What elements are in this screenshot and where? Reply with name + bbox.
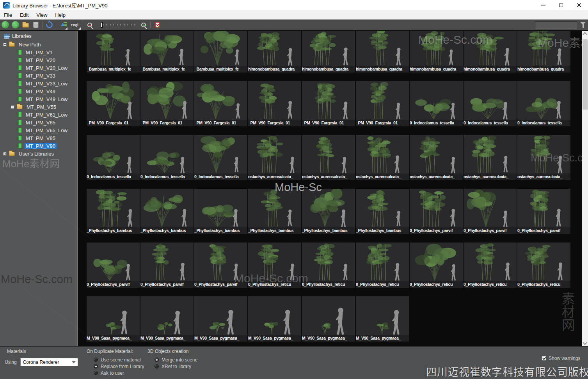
- thumbnail-size-slider[interactable]: [97, 21, 136, 29]
- objects-creation-option-merge-into-scene[interactable]: Merge into scene: [155, 356, 197, 363]
- sidebar-item-mt-pm-v90[interactable]: MT_PM_V90: [0, 142, 77, 150]
- minimize-button[interactable]: [534, 0, 552, 10]
- thumbnail-cell[interactable]: M_V90_Sasa_pygmaea_: [302, 296, 355, 342]
- renderer-select[interactable]: Corona Renderer: [20, 358, 78, 366]
- back-button[interactable]: ←: [0, 20, 10, 30]
- thumbnail-cell[interactable]: 0_Indocalamus_tessella: [194, 135, 247, 180]
- thumbnail-cell[interactable]: _Phyllostachys_bambus: [87, 189, 140, 234]
- thumbnail-cell[interactable]: ostachys_aureosulcata_: [302, 135, 355, 180]
- maximize-button[interactable]: [552, 0, 570, 10]
- zoom-out-button[interactable]: [85, 20, 94, 30]
- thumbnail-cell[interactable]: M_V90_Sasa_pygmaea_: [356, 296, 409, 342]
- scrollbar-thumb[interactable]: [583, 39, 588, 110]
- thumbnail-cell[interactable]: _PM_V90_Fargesia_01_: [356, 81, 409, 126]
- thumbnail-cell[interactable]: _Bambusa_multiplex_fe: [140, 31, 194, 73]
- thumbnail-cell[interactable]: M_V90_Sasa_pygmaea_: [140, 296, 194, 342]
- thumbnail-cell[interactable]: himonobambusa_quadra: [464, 31, 517, 73]
- sidebar-item-mt-pm-v61-low[interactable]: MT_PM_V61_Low: [0, 111, 77, 119]
- thumbnail-cell[interactable]: 0_Phyllostachys_reticu: [302, 243, 355, 288]
- sidebar-item-mt-pm-v55[interactable]: MT_PM_V55: [0, 103, 77, 111]
- check-materials-button[interactable]: [153, 20, 162, 30]
- thumbnail-cell[interactable]: himonobambusa_quadra: [356, 31, 409, 73]
- thumbnail-cell[interactable]: 0_Phyllostachys_reticu: [248, 243, 301, 288]
- language-button[interactable]: Engl: [68, 20, 81, 30]
- sidebar-item-mt-pm-v49-low[interactable]: MT_PM_V49_Low: [0, 95, 77, 103]
- sort-button[interactable]: [58, 20, 68, 30]
- thumbnail-cell[interactable]: himonobambusa_quadra: [248, 31, 301, 73]
- save-button[interactable]: [31, 20, 40, 30]
- thumbnail-cell[interactable]: 0_Phyllostachys_reticu: [410, 243, 463, 288]
- thumbnail-cell[interactable]: 0_Phyllostachys_parvif: [87, 243, 140, 288]
- thumbnail-cell[interactable]: ostachys_aureosulcata_: [410, 135, 463, 180]
- thumbnail-cell[interactable]: 0_Phyllostachys_parvif: [140, 243, 194, 288]
- thumbnail-cell[interactable]: _PM_V90_Fargesia_01_: [248, 81, 301, 126]
- thumbnail-cell[interactable]: himonobambusa_quadra: [410, 31, 463, 73]
- close-button[interactable]: [570, 0, 588, 10]
- slider-handle[interactable]: [101, 22, 103, 28]
- radio-icon[interactable]: [94, 364, 98, 368]
- thumbnail-cell[interactable]: _Bambusa_multiplex_fe: [194, 31, 247, 73]
- open-library-button[interactable]: [21, 20, 30, 30]
- sidebar-item-mt-pm-v33-low[interactable]: MT_PM_V33_Low: [0, 80, 77, 87]
- scroll-up-icon[interactable]: [583, 32, 587, 36]
- thumbnail-cell[interactable]: ostachys_aureosulcata_: [248, 135, 301, 180]
- thumbnail-cell[interactable]: _Phyllostachys_bambus: [194, 189, 247, 234]
- show-warnings-checkbox[interactable]: [542, 356, 546, 361]
- collapse-icon[interactable]: [3, 43, 7, 46]
- thumbnail-cell[interactable]: _Phyllostachys_bambus: [248, 189, 301, 234]
- thumbnail-cell[interactable]: M_V90_Sasa_pygmaea_: [248, 296, 301, 342]
- scroll-down-icon[interactable]: [583, 340, 587, 345]
- sidebar-item-user-s-libraries[interactable]: User's Libraries: [0, 150, 77, 158]
- thumbnail-cell[interactable]: himonobambusa_quadra: [302, 31, 355, 73]
- thumbnail-cell[interactable]: 0_Phyllostachys_parvif: [517, 189, 570, 234]
- duplicate-material-option-ask-to-user[interactable]: Ask to user: [94, 370, 144, 376]
- radio-icon[interactable]: [94, 371, 98, 375]
- menu-item-edit[interactable]: Edit: [16, 11, 32, 19]
- sidebar-item-mt-pm-v65[interactable]: MT_PM_V65: [0, 119, 77, 126]
- menu-item-help[interactable]: Help: [51, 11, 69, 19]
- thumbnail-cell[interactable]: _PM_V90_Fargesia_01_: [140, 81, 194, 126]
- filter-funnel-icon[interactable]: [580, 22, 586, 28]
- thumbnail-cell[interactable]: ostachys_aureosulcata_: [517, 135, 570, 180]
- duplicate-material-option-replace-from-library[interactable]: Replace from Library: [94, 363, 144, 370]
- duplicate-material-option-use-scene-material[interactable]: Use scene material: [94, 356, 144, 363]
- thumbnail-cell[interactable]: 0_Indocalamus_tessella: [410, 81, 463, 126]
- thumbnail-cell[interactable]: 0_Phyllostachys_parvif: [464, 189, 517, 234]
- sidebar-item-mt-pm-v1[interactable]: MT_PM_V1: [0, 48, 77, 56]
- thumbnail-cell[interactable]: 0_Indocalamus_tessella: [464, 81, 517, 126]
- thumbnail-cell[interactable]: _PM_V90_Fargesia_01_: [302, 81, 355, 126]
- thumbnail-cell[interactable]: 0_Indocalamus_tessella: [140, 135, 194, 180]
- thumbnail-cell[interactable]: 0_Indocalamus_tessella: [87, 135, 140, 180]
- radio-icon[interactable]: [155, 358, 159, 362]
- thumbnail-cell[interactable]: _Phyllostachys_bambus: [140, 189, 194, 234]
- sidebar-item-mt-pm-v20-low[interactable]: MT_PM_V20_Low: [0, 64, 77, 72]
- thumbnail-cell[interactable]: _Bambusa_multiplex_fe: [87, 31, 140, 73]
- grid-scrollbar[interactable]: [582, 31, 588, 346]
- thumbnail-cell[interactable]: 0_Phyllostachys_reticu: [517, 243, 570, 288]
- forward-button[interactable]: →: [11, 20, 20, 30]
- thumbnail-cell[interactable]: 0_Phyllostachys_parvif: [194, 243, 247, 288]
- menu-item-view[interactable]: View: [32, 11, 51, 19]
- thumbnail-cell[interactable]: 0_Phyllostachys_parvif: [410, 189, 463, 234]
- expand-icon[interactable]: [3, 152, 7, 156]
- sidebar-item-new-path[interactable]: New Path: [0, 41, 77, 48]
- search-input[interactable]: [535, 21, 577, 28]
- sidebar-item-mt-pm-v85[interactable]: MT_PM_V85: [0, 134, 77, 142]
- refresh-button[interactable]: [44, 20, 54, 30]
- sidebar-item-mt-pm-v33[interactable]: MT_PM_V33: [0, 72, 77, 80]
- menu-item-file[interactable]: File: [0, 11, 16, 19]
- thumbnail-cell[interactable]: M_V90_Sasa_pygmaea_: [87, 296, 140, 342]
- sidebar-item-mt-pm-v20[interactable]: MT_PM_V20: [0, 56, 77, 64]
- sidebar-item-mt-pm-v49[interactable]: MT_PM_V49: [0, 87, 77, 95]
- thumbnail-cell[interactable]: ostachys_aureosulcata_: [464, 135, 517, 180]
- thumbnail-cell[interactable]: 0_Phyllostachys_reticu: [464, 243, 517, 288]
- thumbnail-cell[interactable]: M_V90_Sasa_pygmaea_: [194, 296, 247, 342]
- expand-icon[interactable]: [11, 105, 14, 109]
- thumbnail-cell[interactable]: 0_Indocalamus_tessella: [517, 81, 570, 126]
- radio-icon[interactable]: [94, 358, 98, 362]
- thumbnail-cell[interactable]: 0_Phyllostachys_reticu: [356, 243, 409, 288]
- radio-icon[interactable]: [155, 364, 159, 368]
- show-warnings-toggle[interactable]: Show warnings: [542, 356, 580, 361]
- thumbnail-cell[interactable]: _PM_V90_Fargesia_01_: [87, 81, 140, 126]
- thumbnail-cell[interactable]: ostachys_aureosulcata_: [356, 135, 409, 180]
